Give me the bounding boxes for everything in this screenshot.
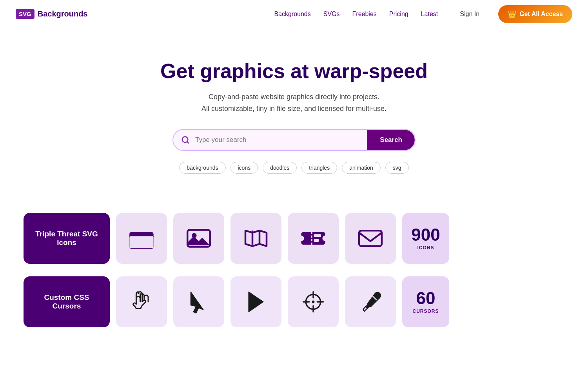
crown-icon: 👑 [508,10,516,18]
hero-title: Get graphics at warp-speed [16,60,572,83]
tag-backgrounds[interactable]: backgrounds [179,162,225,174]
icon-card-hand-cursor[interactable] [116,276,167,327]
icon-card-eyedropper-cursor[interactable] [345,276,396,327]
icons-count-number: 900 [411,226,440,243]
svg-rect-13 [314,239,319,242]
products-section: Triple Threat SVG Icons [0,213,588,351]
search-bar: Search [172,129,416,151]
search-icon [173,136,195,144]
tag-triangles[interactable]: triangles [301,162,337,174]
hero-section: Get graphics at warp-speed Copy-and-past… [0,28,588,213]
icon-card-envelope[interactable] [345,213,396,264]
nav-links: Backgrounds SVGs Freebies Pricing Latest… [274,5,572,23]
logo-text: Backgrounds [38,9,88,18]
icon-card-folder[interactable] [116,213,167,264]
svg-point-20 [312,301,315,303]
icons-count-label: ICONS [417,245,434,250]
nav-link-pricing[interactable]: Pricing [389,11,408,18]
nav-link-backgrounds[interactable]: Backgrounds [274,11,310,18]
tag-icons[interactable]: icons [230,162,258,174]
icon-card-play-cursor[interactable] [230,276,281,327]
tag-doodles[interactable]: doodles [263,162,297,174]
navbar: SVG Backgrounds Backgrounds SVGs Freebie… [0,0,588,28]
icon-card-crosshair-cursor[interactable] [288,276,339,327]
icon-card-ticket[interactable] [288,213,339,264]
cursors-count-label: CURSORS [412,309,439,314]
cta-label: Get All Access [519,11,563,18]
cursors-product-row: Custom CSS Cursors [24,276,564,327]
sign-in-link[interactable]: Sign In [460,11,479,18]
cursors-count-card: 60 CURSORS [402,276,449,327]
search-tags: backgrounds icons doodles triangles anim… [16,162,572,174]
svg-rect-3 [129,236,153,249]
search-input[interactable] [195,130,367,150]
svg-rect-14 [359,230,382,246]
icons-count-card: 900 ICONS [402,213,449,264]
svg-rect-8 [301,232,325,245]
logo-badge: SVG [16,9,34,19]
svg-rect-12 [314,234,321,237]
search-button[interactable]: Search [367,130,415,150]
svg-line-1 [187,142,189,143]
icon-card-arrow-cursor[interactable] [173,276,224,327]
icons-product-row: Triple Threat SVG Icons [24,213,564,264]
cursors-product-label[interactable]: Custom CSS Cursors [24,276,110,327]
nav-link-latest[interactable]: Latest [421,11,438,18]
hero-subtitle: Copy-and-paste website graphics directly… [16,91,572,115]
nav-link-svgs[interactable]: SVGs [323,11,340,18]
icon-card-image[interactable] [173,213,224,264]
get-all-access-button[interactable]: 👑 Get All Access [498,5,572,23]
nav-link-freebies[interactable]: Freebies [352,11,377,18]
tag-animation[interactable]: animation [342,162,381,174]
tag-svg[interactable]: svg [385,162,409,174]
cursors-count-number: 60 [416,290,436,307]
logo[interactable]: SVG Backgrounds [16,9,88,19]
icons-product-label[interactable]: Triple Threat SVG Icons [24,213,110,264]
icon-card-map[interactable] [230,213,281,264]
